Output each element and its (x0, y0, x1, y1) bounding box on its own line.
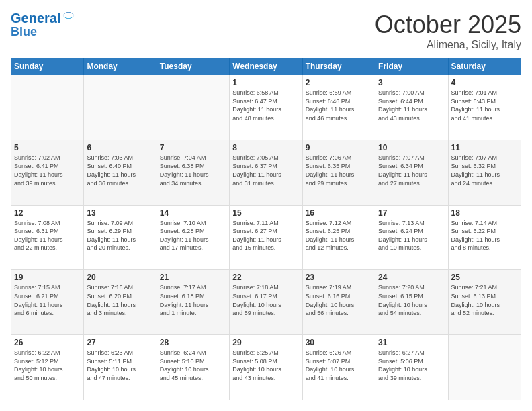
day-number: 26 (14, 338, 81, 347)
logo-general: General (11, 11, 60, 26)
day-info: Sunrise: 6:26 AM Sunset: 5:07 PM Dayligh… (306, 349, 372, 382)
day-number: 23 (306, 273, 372, 282)
day-number: 28 (160, 338, 226, 347)
calendar-cell: 31Sunrise: 6:27 AM Sunset: 5:06 PM Dayli… (375, 335, 448, 400)
day-info: Sunrise: 7:16 AM Sunset: 6:20 PM Dayligh… (87, 283, 153, 317)
calendar-cell: 11Sunrise: 7:07 AM Sunset: 6:32 PM Dayli… (448, 140, 521, 205)
calendar-cell: 26Sunrise: 6:22 AM Sunset: 5:12 PM Dayli… (11, 335, 84, 400)
calendar-cell: 20Sunrise: 7:16 AM Sunset: 6:20 PM Dayli… (84, 270, 157, 335)
calendar-header-row: SundayMondayTuesdayWednesdayThursdayFrid… (11, 58, 521, 75)
day-info: Sunrise: 7:10 AM Sunset: 6:28 PM Dayligh… (160, 219, 226, 253)
day-number: 4 (451, 78, 518, 87)
calendar-cell: 29Sunrise: 6:25 AM Sunset: 5:08 PM Dayli… (230, 335, 302, 400)
calendar-cell: 12Sunrise: 7:08 AM Sunset: 6:31 PM Dayli… (11, 205, 84, 270)
day-number: 12 (14, 208, 81, 218)
calendar-day-header: Saturday (448, 58, 521, 75)
day-info: Sunrise: 7:01 AM Sunset: 6:43 PM Dayligh… (451, 89, 518, 122)
calendar-cell: 2Sunrise: 6:59 AM Sunset: 6:46 PM Daylig… (302, 75, 375, 140)
location-title: Alimena, Sicily, Italy (375, 39, 521, 51)
day-info: Sunrise: 7:08 AM Sunset: 6:31 PM Dayligh… (14, 219, 81, 253)
day-info: Sunrise: 7:18 AM Sunset: 6:17 PM Dayligh… (232, 283, 299, 317)
day-info: Sunrise: 6:22 AM Sunset: 5:12 PM Dayligh… (14, 349, 81, 382)
day-info: Sunrise: 7:15 AM Sunset: 6:21 PM Dayligh… (14, 283, 81, 317)
day-number: 15 (232, 208, 299, 218)
calendar-cell (157, 75, 229, 140)
day-info: Sunrise: 7:20 AM Sunset: 6:15 PM Dayligh… (378, 283, 445, 317)
day-info: Sunrise: 6:23 AM Sunset: 5:11 PM Dayligh… (87, 349, 153, 382)
logo-icon (62, 9, 75, 22)
day-number: 20 (87, 273, 153, 282)
calendar-cell: 19Sunrise: 7:15 AM Sunset: 6:21 PM Dayli… (11, 270, 84, 335)
day-number: 5 (14, 143, 81, 152)
day-info: Sunrise: 6:24 AM Sunset: 5:10 PM Dayligh… (160, 349, 226, 382)
header: General Blue October 2025 Alimena, Sicil… (11, 11, 521, 51)
day-info: Sunrise: 7:21 AM Sunset: 6:13 PM Dayligh… (451, 283, 518, 317)
calendar-cell: 6Sunrise: 7:03 AM Sunset: 6:40 PM Daylig… (84, 140, 157, 205)
day-number: 30 (306, 338, 372, 347)
page: General Blue October 2025 Alimena, Sicil… (0, 0, 532, 411)
day-number: 13 (87, 208, 153, 218)
calendar-day-header: Tuesday (157, 58, 229, 75)
calendar-cell: 30Sunrise: 6:26 AM Sunset: 5:07 PM Dayli… (302, 335, 375, 400)
day-info: Sunrise: 7:07 AM Sunset: 6:34 PM Dayligh… (378, 154, 445, 187)
calendar-cell (11, 75, 84, 140)
day-number: 11 (451, 143, 518, 152)
day-info: Sunrise: 7:19 AM Sunset: 6:16 PM Dayligh… (306, 283, 372, 317)
day-number: 29 (232, 338, 299, 347)
day-number: 6 (87, 143, 153, 152)
title-block: October 2025 Alimena, Sicily, Italy (375, 11, 521, 51)
calendar-cell: 7Sunrise: 7:04 AM Sunset: 6:38 PM Daylig… (157, 140, 229, 205)
calendar-day-header: Sunday (11, 58, 84, 75)
day-number: 22 (232, 273, 299, 282)
calendar-cell: 27Sunrise: 6:23 AM Sunset: 5:11 PM Dayli… (84, 335, 157, 400)
calendar-cell: 8Sunrise: 7:05 AM Sunset: 6:37 PM Daylig… (230, 140, 302, 205)
day-number: 7 (160, 143, 226, 152)
calendar-cell: 14Sunrise: 7:10 AM Sunset: 6:28 PM Dayli… (157, 205, 229, 270)
calendar-day-header: Wednesday (230, 58, 302, 75)
calendar-week-row: 12Sunrise: 7:08 AM Sunset: 6:31 PM Dayli… (11, 205, 521, 270)
day-number: 18 (451, 208, 518, 218)
day-number: 21 (160, 273, 226, 282)
day-number: 31 (378, 338, 445, 347)
logo-text: General (11, 11, 60, 26)
calendar-cell: 13Sunrise: 7:09 AM Sunset: 6:29 PM Dayli… (84, 205, 157, 270)
calendar-cell: 24Sunrise: 7:20 AM Sunset: 6:15 PM Dayli… (375, 270, 448, 335)
calendar-day-header: Monday (84, 58, 157, 75)
day-number: 17 (378, 208, 445, 218)
day-info: Sunrise: 7:02 AM Sunset: 6:41 PM Dayligh… (14, 154, 81, 187)
day-info: Sunrise: 6:25 AM Sunset: 5:08 PM Dayligh… (232, 349, 299, 382)
day-number: 9 (306, 143, 372, 152)
day-info: Sunrise: 7:11 AM Sunset: 6:27 PM Dayligh… (232, 219, 299, 253)
calendar-table: SundayMondayTuesdayWednesdayThursdayFrid… (11, 58, 521, 400)
calendar-cell: 15Sunrise: 7:11 AM Sunset: 6:27 PM Dayli… (230, 205, 302, 270)
calendar-cell: 25Sunrise: 7:21 AM Sunset: 6:13 PM Dayli… (448, 270, 521, 335)
day-number: 8 (232, 143, 299, 152)
calendar-day-header: Friday (375, 58, 448, 75)
calendar-cell (448, 335, 521, 400)
calendar-cell: 23Sunrise: 7:19 AM Sunset: 6:16 PM Dayli… (302, 270, 375, 335)
day-number: 3 (378, 78, 445, 87)
day-number: 19 (14, 273, 81, 282)
calendar-cell: 17Sunrise: 7:13 AM Sunset: 6:24 PM Dayli… (375, 205, 448, 270)
calendar-cell: 10Sunrise: 7:07 AM Sunset: 6:34 PM Dayli… (375, 140, 448, 205)
day-info: Sunrise: 6:27 AM Sunset: 5:06 PM Dayligh… (378, 349, 445, 382)
day-number: 25 (451, 273, 518, 282)
calendar-cell: 4Sunrise: 7:01 AM Sunset: 6:43 PM Daylig… (448, 75, 521, 140)
day-info: Sunrise: 7:07 AM Sunset: 6:32 PM Dayligh… (451, 154, 518, 187)
calendar-cell: 28Sunrise: 6:24 AM Sunset: 5:10 PM Dayli… (157, 335, 229, 400)
calendar-week-row: 26Sunrise: 6:22 AM Sunset: 5:12 PM Dayli… (11, 335, 521, 400)
day-info: Sunrise: 7:13 AM Sunset: 6:24 PM Dayligh… (378, 219, 445, 253)
day-number: 24 (378, 273, 445, 282)
day-info: Sunrise: 7:12 AM Sunset: 6:25 PM Dayligh… (306, 219, 372, 253)
day-number: 14 (160, 208, 226, 218)
day-info: Sunrise: 6:59 AM Sunset: 6:46 PM Dayligh… (306, 89, 372, 122)
calendar-cell: 21Sunrise: 7:17 AM Sunset: 6:18 PM Dayli… (157, 270, 229, 335)
calendar-day-header: Thursday (302, 58, 375, 75)
calendar-week-row: 1Sunrise: 6:58 AM Sunset: 6:47 PM Daylig… (11, 75, 521, 140)
day-info: Sunrise: 7:09 AM Sunset: 6:29 PM Dayligh… (87, 219, 153, 253)
day-number: 1 (232, 78, 299, 87)
calendar-week-row: 19Sunrise: 7:15 AM Sunset: 6:21 PM Dayli… (11, 270, 521, 335)
calendar-cell: 9Sunrise: 7:06 AM Sunset: 6:35 PM Daylig… (302, 140, 375, 205)
calendar-cell (84, 75, 157, 140)
day-number: 16 (306, 208, 372, 218)
